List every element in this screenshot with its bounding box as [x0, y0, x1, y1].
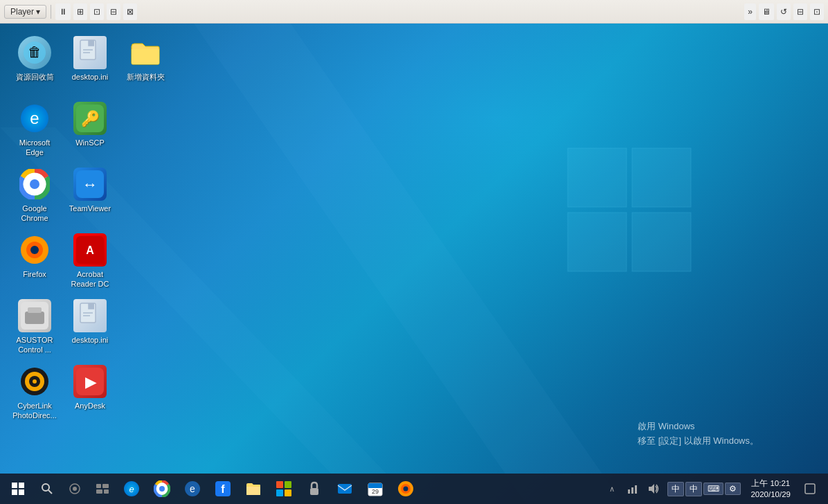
svg-rect-69 [368, 483, 382, 488]
icon-asustor[interactable]: ASUSTOR Control ... [7, 294, 62, 359]
svg-rect-64 [276, 489, 283, 496]
icon-empty-4 [118, 294, 173, 359]
tray-network-icon[interactable] [623, 474, 642, 504]
taskbar-system-tray: ∧ 中 中 ⌨ ⚙ 上午 10:21 2020/10/29 [602, 474, 825, 504]
taskbar-date: 2020/10/29 [750, 489, 791, 500]
icon-empty-1 [118, 96, 173, 162]
asustor-icon [18, 299, 51, 332]
firefox-icon [18, 233, 51, 267]
svg-rect-41 [12, 483, 17, 488]
ime-input-btn[interactable]: ⌨ [703, 483, 723, 495]
toolbar-btn-4[interactable]: ⊟ [107, 3, 120, 20]
ime-mode-btn[interactable]: 中 [685, 482, 702, 496]
icon-microsoft-edge[interactable]: e Microsoft Edge [7, 96, 62, 162]
volume-icon [647, 483, 660, 495]
desktop: 🗑 資源回收筒 desktop.ini 新增資料夾 e Microsoft Ed… [0, 24, 828, 504]
svg-rect-42 [19, 483, 24, 488]
icon-cyberlink[interactable]: CyberLink PhotoDirec... [7, 359, 62, 425]
taskbar-lock-app[interactable] [299, 474, 330, 504]
microsoft-edge-label: Microsoft Edge [10, 138, 60, 158]
taskbar-files-app[interactable] [238, 474, 269, 504]
svg-text:A: A [86, 244, 94, 256]
icon-recycle-bin[interactable]: 🗑 資源回收筒 [7, 30, 62, 96]
notification-center-button[interactable] [798, 474, 822, 504]
acrobat-icon: A [73, 233, 107, 267]
teamviewer-label: TeamViewer [69, 204, 111, 213]
toolbar-right-btn-1[interactable]: » [744, 3, 756, 20]
icon-firefox[interactable]: Firefox [7, 228, 62, 294]
toolbar-right-btn-5[interactable]: ⊡ [810, 3, 824, 20]
anydesk-label: AnyDesk [75, 401, 105, 411]
svg-rect-51 [96, 489, 102, 494]
icon-anydesk[interactable]: ▶ AnyDesk [62, 359, 118, 425]
svg-rect-78 [805, 484, 815, 494]
svg-rect-66 [310, 488, 318, 495]
search-button[interactable] [33, 474, 61, 504]
taskbar-store-app[interactable] [269, 474, 299, 504]
taskview-icon [96, 484, 109, 494]
taskbar-clock[interactable]: 上午 10:21 2020/10/29 [745, 474, 796, 504]
cortana-button[interactable] [61, 474, 89, 504]
player-menu-button[interactable]: Player ▾ [4, 5, 46, 19]
icon-winscp[interactable]: 🔑 WinSCP [62, 96, 118, 162]
taskbar-ie-app[interactable]: e [177, 474, 208, 504]
svg-text:e: e [190, 483, 195, 494]
svg-rect-50 [102, 484, 109, 488]
taskbar-firefox-app[interactable] [390, 474, 421, 504]
taskbar-facebook-app[interactable]: f [208, 474, 238, 504]
firefox-label: Firefox [23, 269, 46, 279]
search-icon [41, 483, 53, 495]
ime-settings-btn[interactable]: ⚙ [725, 483, 741, 495]
desktop-icons-grid: 🗑 資源回收筒 desktop.ini 新增資料夾 e Microsoft Ed… [7, 30, 173, 425]
recycle-bin-icon: 🗑 [18, 36, 51, 69]
recycle-bin-label: 資源回收筒 [16, 72, 54, 82]
svg-point-45 [42, 484, 49, 491]
svg-marker-5 [194, 24, 623, 504]
toolbar-right-btn-3[interactable]: ↺ [777, 3, 791, 20]
desktop-ini-2-icon [73, 299, 107, 332]
taskbar-calendar-app[interactable]: 29 [360, 474, 390, 504]
svg-rect-10 [89, 40, 94, 46]
cyberlink-label: CyberLink PhotoDirec... [10, 401, 60, 421]
tray-expand-button[interactable]: ∧ [602, 474, 622, 504]
toolbar-btn-5[interactable]: ⊠ [123, 3, 137, 20]
task-view-button[interactable] [89, 474, 116, 504]
icon-google-chrome[interactable]: Google Chrome [7, 162, 62, 228]
toolbar-pause-btn[interactable]: ⏸ [55, 3, 71, 20]
toolbar-right-btn-4[interactable]: ⊟ [793, 3, 807, 20]
svg-rect-43 [12, 489, 17, 495]
cyberlink-icon [18, 365, 51, 398]
svg-rect-52 [104, 489, 109, 494]
icon-empty-3 [118, 228, 173, 294]
taskbar-mail-app[interactable] [330, 474, 360, 504]
svg-text:29: 29 [372, 488, 379, 495]
icon-desktop-ini-2[interactable]: desktop.ini [62, 294, 118, 359]
player-label: Player [10, 7, 34, 17]
activate-windows-text: 啟用 Windows 移至 [設定] 以啟用 Windows。 [638, 420, 759, 449]
winscp-icon: 🔑 [73, 102, 107, 135]
toolbar-right: » 🖥 ↺ ⊟ ⊡ [744, 3, 824, 20]
toolbar-btn-2[interactable]: ⊞ [73, 3, 87, 20]
svg-text:f: f [221, 483, 225, 495]
toolbar-right-btn-2[interactable]: 🖥 [759, 3, 774, 20]
empty-slot-1-icon [129, 102, 162, 135]
svg-point-73 [404, 487, 408, 492]
ime-lang-btn[interactable]: 中 [667, 482, 684, 496]
icon-desktop-ini-1[interactable]: desktop.ini [62, 30, 118, 96]
icon-teamviewer[interactable]: ↔ TeamViewer [62, 162, 118, 228]
icon-new-folder[interactable]: 新增資料夾 [118, 30, 173, 96]
tray-volume-icon[interactable] [644, 474, 663, 504]
svg-rect-67 [338, 484, 352, 494]
notification-icon [804, 483, 816, 494]
taskbar-edge-app[interactable]: e [116, 474, 147, 504]
start-button[interactable] [3, 474, 33, 504]
teamviewer-icon: ↔ [73, 168, 107, 201]
svg-point-20 [30, 179, 39, 189]
icon-acrobat[interactable]: A Acrobat Reader DC [62, 228, 118, 294]
svg-line-46 [48, 490, 52, 494]
vmware-toolbar: Player ▾ ⏸ ⊞ ⊡ ⊟ ⊠ » 🖥 ↺ ⊟ ⊡ [0, 0, 828, 24]
taskbar: e e f [0, 474, 828, 504]
toolbar-btn-3[interactable]: ⊡ [90, 3, 104, 20]
google-chrome-label: Google Chrome [10, 204, 60, 224]
taskbar-chrome-app[interactable] [147, 474, 177, 504]
